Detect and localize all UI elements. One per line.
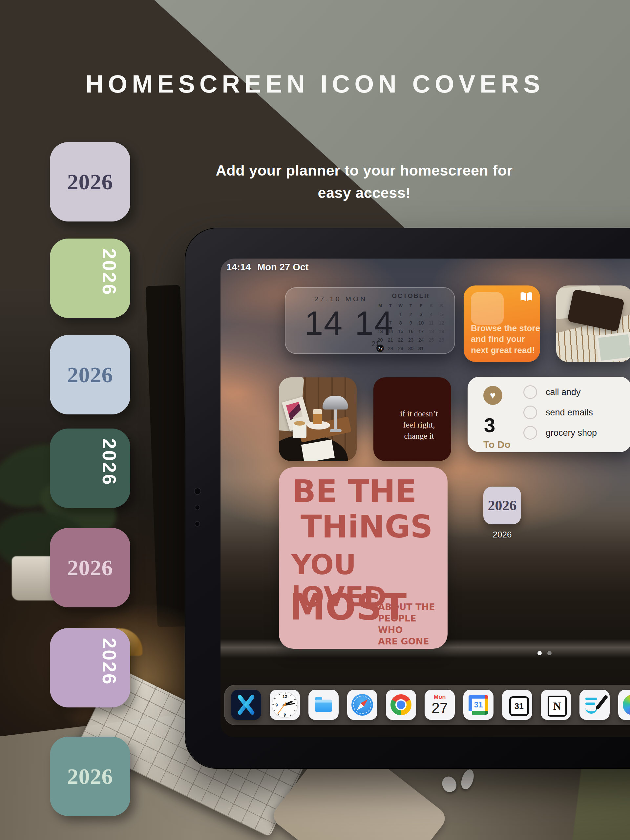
calendar-day: 15 — [395, 327, 406, 335]
calendar-day: 8 — [395, 319, 406, 327]
calendar-date-label: 27 — [425, 699, 455, 717]
mini-calendar: OCTOBER MTWTFSS1234567891011121314151617… — [375, 292, 447, 352]
books-text-line: Browse the store — [471, 323, 540, 334]
dock-icon-files[interactable] — [308, 690, 339, 720]
quote-line: feel right, — [393, 419, 445, 431]
dock-icon-safari[interactable] — [347, 690, 377, 720]
quote-widget-small[interactable]: if it doesn’t feel right, change it — [373, 377, 451, 461]
notes-curve-icon — [585, 706, 597, 714]
quote-widget-large[interactable]: BE THE THiNGS YOU lOVED MOST ABOUT THE P… — [279, 467, 448, 649]
gcal-date-label: 31 — [472, 699, 485, 711]
calendar-day: 1 — [395, 310, 406, 318]
page-title: HOMESCREEN ICON COVERS — [0, 69, 630, 98]
calendar-day: 18 — [426, 327, 436, 335]
planner-app-icon[interactable]: 2026 — [483, 486, 521, 524]
calendar-weekday: S — [426, 302, 436, 310]
subtitle-line-2: easy access! — [317, 185, 411, 201]
checkbox-circle-icon[interactable] — [523, 385, 537, 399]
photo-widget-desk[interactable] — [279, 377, 357, 461]
todo-widget[interactable]: ♥ 3 To Do call andy send emails grocery … — [467, 377, 630, 452]
dock-icon-calendar[interactable]: Mon 27 — [425, 690, 455, 720]
quote-subline: ABOUT THE — [378, 601, 444, 613]
camera-icon — [194, 488, 201, 495]
promo-scene: HOMESCREEN ICON COVERS Add your planner … — [0, 0, 630, 840]
calendar-weekday: F — [416, 302, 426, 310]
calendar-day: 28 — [385, 344, 395, 352]
dock-icon-photos[interactable] — [618, 690, 630, 720]
calendar-weekday: T — [385, 302, 395, 310]
calendar-day: 10 — [416, 319, 426, 327]
checkbox-circle-icon[interactable] — [523, 426, 537, 440]
lamp-stem — [334, 409, 337, 430]
icon-cover-label: 2026 — [98, 438, 120, 486]
icon-cover-mauve: 2026 — [50, 528, 130, 607]
heart-icon: ♥ — [483, 386, 502, 405]
dock-icon-planner-notes[interactable] — [579, 690, 609, 720]
books-widget[interactable]: Browse the store and find your next grea… — [464, 286, 540, 362]
lamp-base — [330, 429, 341, 432]
todo-item[interactable]: call andy — [523, 385, 581, 399]
icon-cover-lilac: 2026 — [50, 628, 130, 707]
svg-text:12: 12 — [283, 694, 287, 699]
planner-app-label: 2026 — [477, 530, 527, 540]
todo-item-label: call andy — [546, 387, 581, 397]
calendar-day — [426, 344, 436, 352]
todo-item[interactable]: grocery shop — [523, 426, 597, 440]
planner-app-icon-text: 2026 — [488, 497, 517, 514]
icon-cover-label: 2026 — [50, 528, 130, 607]
calendar-day: 7 — [385, 319, 395, 327]
photo-widget-bed[interactable] — [556, 286, 630, 362]
gcal-frame — [485, 699, 488, 711]
x-logo-icon — [231, 690, 261, 720]
calendar-weekday: S — [436, 302, 447, 310]
calendar-day — [385, 310, 395, 318]
calendar-day: 2 — [406, 310, 416, 318]
dock-icon-planner-x[interactable] — [231, 690, 261, 720]
photos-flower-icon — [623, 694, 630, 715]
ipad-mockup: 14:14 Mon 27 Oct 27.10 MON 14 14 21 OCTO… — [185, 228, 630, 768]
icon-cover-blue: 2026 — [50, 335, 130, 414]
folder-icon — [315, 699, 332, 712]
dock-icon-chrome[interactable] — [386, 690, 416, 720]
dock-icon-calendar-31[interactable]: 31 — [502, 690, 532, 720]
page-dot-active[interactable] — [537, 651, 542, 655]
calendar-day: 14 — [385, 327, 395, 335]
books-text-line: next great read! — [471, 345, 540, 356]
calendar-day: 27 — [375, 344, 385, 352]
calendar-day: 24 — [416, 336, 426, 344]
google-calendar-icon: 31 — [469, 695, 488, 715]
gcal-frame — [472, 711, 485, 715]
checkbox-circle-icon[interactable] — [523, 406, 537, 419]
page-dot[interactable] — [547, 651, 551, 655]
calendar-day: 20 — [375, 336, 385, 344]
calendar-day: 9 — [406, 319, 416, 327]
clock-hour: 14 — [305, 304, 343, 343]
icon-cover-lavender: 2026 — [50, 142, 130, 221]
quote-line: change it — [393, 431, 445, 442]
books-cover-placeholder — [471, 292, 504, 325]
svg-text:9: 9 — [276, 703, 278, 707]
calendar-weekday: W — [395, 302, 406, 310]
calendar-day: 11 — [426, 319, 436, 327]
calendar-day: 12 — [436, 319, 447, 327]
coffee-cup — [293, 423, 306, 438]
dock-icon-google-calendar[interactable]: 31 — [463, 690, 494, 720]
icon-cover-dark-green: 2026 — [50, 428, 130, 508]
calendar-day: 21 — [385, 336, 395, 344]
quote-subtext: ABOUT THE PEOPLE WHO ARE GONE — [378, 601, 444, 647]
notes-line-icon — [585, 703, 595, 705]
calendar-day: 30 — [406, 344, 416, 352]
dock-icon-notion[interactable]: N — [541, 690, 571, 720]
dock-icon-clock[interactable]: 12 6 9 — [270, 690, 300, 720]
calendar-day: 13 — [375, 327, 385, 335]
calendar-weekday: M — [375, 302, 385, 310]
calendar-day: 29 — [395, 344, 406, 352]
todo-item-label: send emails — [546, 407, 593, 418]
calendar-day: 25 — [426, 336, 436, 344]
iced-coffee — [313, 409, 322, 424]
status-time: 14:14 — [226, 262, 251, 273]
todo-item[interactable]: send emails — [523, 406, 593, 419]
clock-calendar-widget[interactable]: 27.10 MON 14 14 21 OCTOBER MTWTFSS123456… — [285, 287, 455, 354]
gcal-frame — [469, 695, 472, 711]
calendar-day: 22 — [395, 336, 406, 344]
